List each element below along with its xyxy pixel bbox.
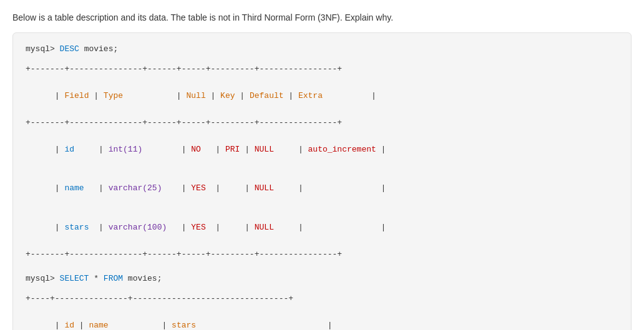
- desc-cmd-text: mysql> DESC movies;: [26, 44, 118, 54]
- desc-row-stars: | stars | varchar(100) | YES | | NULL | …: [26, 209, 618, 246]
- desc-row-name: | name | varchar(25) | YES | | NULL | |: [26, 170, 618, 207]
- intro-text: Below is a table description and its dat…: [12, 12, 632, 22]
- desc-table: +-------+---------------+------+-----+--…: [26, 63, 618, 261]
- desc-border-top: +-------+---------------+------+-----+--…: [26, 63, 618, 75]
- desc-border-bot: +-------+---------------+------+-----+--…: [26, 248, 618, 261]
- select-header-row: | id | name | stars |: [26, 307, 618, 330]
- desc-border-mid: +-------+---------------+------+-----+--…: [26, 117, 618, 129]
- terminal-box: mysql> DESC movies; +-------+-----------…: [12, 32, 632, 330]
- desc-command: mysql> DESC movies;: [26, 43, 618, 56]
- select-border-top: +----+---------------+------------------…: [26, 293, 618, 305]
- select-command: mysql> SELECT * FROM movies;: [26, 273, 618, 285]
- select-table: +----+---------------+------------------…: [26, 293, 618, 331]
- select-cmd-text: mysql> SELECT * FROM movies;: [26, 274, 162, 283]
- desc-row-id: | id | int(11) | NO | PRI | NULL | auto_…: [26, 131, 618, 168]
- desc-header-row: | Field | Type | Null | Key | Default | …: [26, 77, 618, 114]
